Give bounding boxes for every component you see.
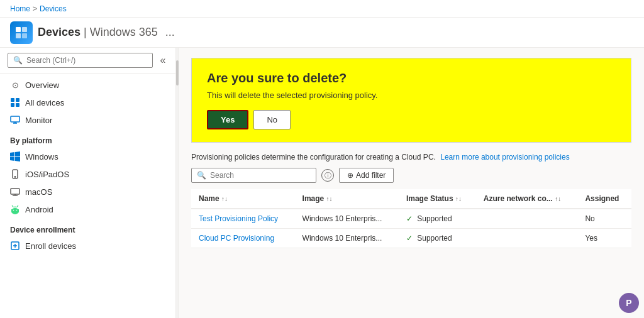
learn-more-link[interactable]: Learn more about provisioning policies <box>440 153 569 162</box>
row2-assigned: Yes <box>577 229 631 248</box>
windows-icon <box>10 151 20 162</box>
svg-rect-7 <box>16 103 19 107</box>
table-row: Cloud PC Provisioning Windows 10 Enterpr… <box>191 229 631 248</box>
sidebar-label-macos: macOS <box>25 187 52 197</box>
svg-rect-1 <box>22 27 27 32</box>
row1-name-link[interactable]: Test Provisioning Policy <box>199 214 278 223</box>
dialog-no-button[interactable]: No <box>253 110 291 129</box>
android-icon <box>10 204 20 214</box>
mac-icon <box>10 187 20 197</box>
row1-assigned: No <box>577 209 631 229</box>
sidebar-label-monitor: Monitor <box>25 116 52 125</box>
sidebar-search-input[interactable] <box>26 56 147 65</box>
provision-description: Provisioning policies determine the conf… <box>191 153 631 162</box>
breadcrumb-current[interactable]: Devices <box>40 4 67 13</box>
device-enrollment-header: Device enrollment <box>0 218 175 237</box>
search-input-icon: 🔍 <box>197 171 206 180</box>
sidebar-item-monitor[interactable]: Monitor <box>0 111 175 129</box>
sidebar-item-enroll[interactable]: Enroll devices <box>0 237 175 255</box>
sidebar-label-all-devices: All devices <box>25 98 64 107</box>
col-assigned: Assigned <box>577 189 631 209</box>
sidebar-item-ios[interactable]: iOS/iPadOS <box>0 165 175 183</box>
enroll-icon <box>10 241 20 251</box>
row1-azure <box>476 209 578 229</box>
sidebar-item-overview[interactable]: ⊙ Overview <box>0 76 175 94</box>
sidebar-item-windows[interactable]: Windows <box>0 148 175 165</box>
dialog-yes-button[interactable]: Yes <box>207 110 248 129</box>
dialog-message: This will delete the selected provisioni… <box>207 90 616 100</box>
sidebar-item-all-devices[interactable]: All devices <box>0 94 175 111</box>
svg-rect-5 <box>16 98 19 102</box>
sidebar-label-enroll: Enroll devices <box>25 241 76 251</box>
sidebar-collapse-button[interactable]: « <box>155 53 170 68</box>
search-box: 🔍 <box>191 168 316 183</box>
col-name: Name ↑↓ <box>191 189 295 209</box>
delete-dialog: Are you sure to delete? This will delete… <box>191 58 631 143</box>
sidebar-label-windows: Windows <box>25 152 58 162</box>
svg-rect-21 <box>11 209 19 212</box>
search-input[interactable] <box>210 171 311 180</box>
sidebar-item-android[interactable]: Android <box>0 200 175 218</box>
sidebar-label-android: Android <box>25 205 53 214</box>
svg-rect-0 <box>16 27 21 32</box>
row1-image: Windows 10 Enterpris... <box>295 209 399 229</box>
svg-line-25 <box>17 206 18 207</box>
svg-rect-6 <box>11 103 14 107</box>
add-filter-button[interactable]: ⊕ Add filter <box>339 168 394 183</box>
ios-icon <box>10 169 20 179</box>
overview-icon: ⊙ <box>10 80 20 90</box>
row1-status: ✓ Supported <box>399 209 476 229</box>
svg-line-24 <box>12 206 13 207</box>
sidebar-search-icon: 🔍 <box>13 56 23 65</box>
all-devices-icon <box>10 97 20 107</box>
row2-status: ✓ Supported <box>399 229 476 248</box>
table-row: Test Provisioning Policy Windows 10 Ente… <box>191 209 631 229</box>
svg-rect-8 <box>11 116 19 122</box>
svg-point-22 <box>13 210 14 211</box>
svg-marker-14 <box>15 157 20 162</box>
svg-marker-13 <box>10 157 14 162</box>
svg-rect-3 <box>22 33 27 38</box>
app-icon <box>10 21 33 44</box>
sidebar-label-ios: iOS/iPadOS <box>25 170 69 179</box>
svg-rect-17 <box>11 189 19 194</box>
filter-icon: ⊕ <box>347 171 353 180</box>
sidebar-label-overview: Overview <box>25 80 59 90</box>
svg-marker-12 <box>15 151 20 156</box>
row2-azure <box>476 229 578 248</box>
row2-image: Windows 10 Enterpris... <box>295 229 399 248</box>
monitor-icon <box>10 115 20 125</box>
col-image-status: Image Status ↑↓ <box>399 189 476 209</box>
svg-marker-11 <box>10 152 14 156</box>
row2-name-link[interactable]: Cloud PC Provisioning <box>199 234 274 243</box>
sidebar-item-macos[interactable]: macOS <box>0 183 175 200</box>
watermark: P <box>619 293 639 313</box>
svg-rect-4 <box>11 98 14 102</box>
title-menu-dots[interactable]: ... <box>165 26 175 39</box>
dialog-title: Are you sure to delete? <box>207 71 616 85</box>
col-image: Image ↑↓ <box>295 189 399 209</box>
svg-point-23 <box>16 210 18 211</box>
app-title: Devices | Windows 365 <box>38 26 158 39</box>
col-azure: Azure network co... ↑↓ <box>476 189 578 209</box>
svg-rect-2 <box>16 33 21 38</box>
breadcrumb-home[interactable]: Home <box>10 4 30 13</box>
provisioning-table: Name ↑↓ Image ↑↓ Image Status ↑↓ Azure n… <box>191 189 631 248</box>
info-icon[interactable]: ⓘ <box>321 169 334 182</box>
svg-point-16 <box>14 177 15 177</box>
by-platform-header: By platform <box>0 129 175 148</box>
breadcrumb-separator: > <box>33 4 37 13</box>
